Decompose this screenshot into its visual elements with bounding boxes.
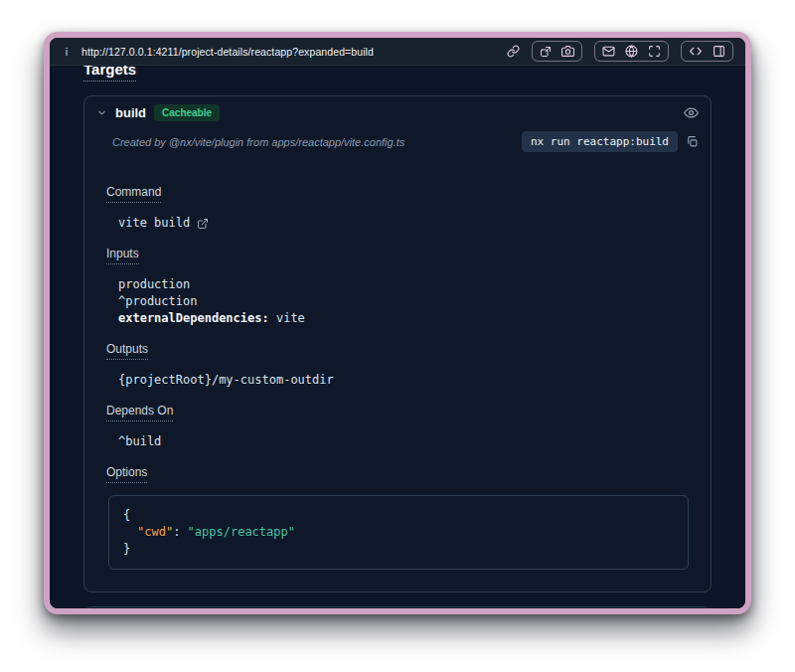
build-card-body: Command vite build Inputs production ^pr… bbox=[84, 164, 711, 591]
options-code-block: { "cwd": "apps/reactapp" } bbox=[108, 495, 689, 570]
external-deps-key: externalDependencies: bbox=[118, 311, 269, 325]
browser-window: i http://127.0.0.1:4211/project-details/… bbox=[44, 32, 751, 614]
titlebar: i http://127.0.0.1:4211/project-details/… bbox=[50, 38, 745, 66]
depends-on-section-label: Depends On bbox=[106, 404, 173, 421]
serve-target-card: serve vite serve bbox=[83, 606, 712, 608]
inputs-section-label: Inputs bbox=[106, 247, 139, 264]
titlebar-toolbar bbox=[507, 41, 733, 62]
json-close-brace: } bbox=[123, 541, 674, 558]
titlebar-group-view bbox=[594, 41, 669, 62]
input-item: ^production bbox=[118, 293, 695, 310]
created-by-text: Created by @nx/vite/plugin from apps/rea… bbox=[112, 136, 514, 148]
options-section-label: Options bbox=[106, 465, 147, 483]
link-icon[interactable] bbox=[507, 45, 520, 58]
json-key: "cwd" bbox=[137, 525, 173, 539]
command-section-label: Command bbox=[106, 185, 161, 203]
json-open-brace: { bbox=[123, 507, 674, 524]
titlebar-group-capture bbox=[532, 41, 582, 62]
run-command-chip: nx run reactapp:build bbox=[522, 131, 678, 152]
command-value: vite build bbox=[118, 215, 190, 232]
outputs-section-label: Outputs bbox=[106, 342, 148, 360]
input-item-external-deps: externalDependencies: vite bbox=[118, 310, 695, 327]
build-card-header[interactable]: build Cacheable bbox=[84, 96, 711, 129]
build-card-subheader: Created by @nx/vite/plugin from apps/rea… bbox=[84, 129, 711, 164]
info-icon[interactable]: i bbox=[62, 46, 72, 58]
chevron-down-icon bbox=[96, 107, 107, 118]
eye-icon[interactable] bbox=[684, 105, 699, 120]
camera-icon[interactable] bbox=[561, 45, 574, 58]
build-target-card: build Cacheable Created by @nx/vite/plug… bbox=[83, 95, 712, 592]
depends-on-item: ^build bbox=[118, 433, 695, 450]
fullscreen-icon[interactable] bbox=[648, 45, 661, 58]
json-cwd-line: "cwd": "apps/reactapp" bbox=[123, 524, 674, 541]
page-content: Targets build Cacheable Created by @nx/v… bbox=[50, 66, 745, 608]
globe-icon[interactable] bbox=[625, 45, 638, 58]
input-item: production bbox=[118, 276, 695, 293]
cacheable-badge: Cacheable bbox=[154, 104, 220, 121]
external-deps-value: vite bbox=[269, 311, 305, 325]
copy-icon[interactable] bbox=[686, 135, 699, 148]
mail-icon[interactable] bbox=[602, 45, 615, 58]
sidebar-icon[interactable] bbox=[713, 45, 725, 58]
export-icon[interactable] bbox=[540, 46, 552, 58]
page-title: Targets bbox=[83, 66, 712, 82]
titlebar-group-dev bbox=[681, 41, 733, 62]
output-item: {projectRoot}/my-custom-outdir bbox=[118, 372, 695, 389]
code-icon[interactable] bbox=[689, 45, 703, 58]
json-string-value: "apps/reactapp" bbox=[188, 525, 295, 539]
external-link-icon[interactable] bbox=[197, 218, 209, 230]
target-name: build bbox=[115, 105, 146, 120]
serve-card-header[interactable]: serve vite serve bbox=[84, 607, 711, 608]
address-url[interactable]: http://127.0.0.1:4211/project-details/re… bbox=[81, 46, 374, 58]
json-colon: : bbox=[173, 525, 187, 539]
